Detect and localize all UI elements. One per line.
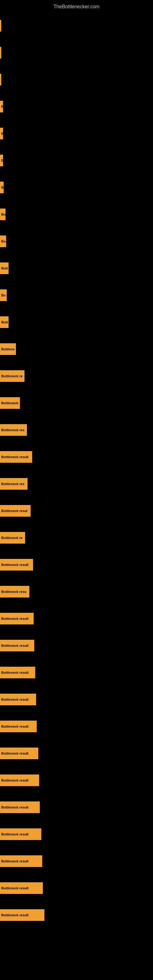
bar-item: Bottleneck result bbox=[0, 802, 40, 813]
bar-row: Bottleneck result bbox=[0, 848, 153, 875]
bar-label: Bottleneck result bbox=[1, 698, 29, 701]
bar-label: Bott bbox=[1, 320, 8, 324]
bar-label: Bottleneck result bbox=[1, 563, 29, 566]
bar-row: Bottleneck result bbox=[0, 875, 153, 902]
bar-item: Bottlene bbox=[0, 343, 16, 355]
bar-item: Bottleneck result bbox=[0, 559, 33, 571]
bar-item: Bottleneck re bbox=[0, 532, 25, 544]
bar-row: | bbox=[0, 12, 153, 39]
bar-row: Bottleneck result bbox=[0, 686, 153, 713]
bar-row: Bottleneck result bbox=[0, 444, 153, 470]
bar-label: Bottleneck result bbox=[1, 886, 29, 890]
bar-item: Bott bbox=[0, 262, 9, 274]
bar-label: B bbox=[1, 159, 3, 162]
bar-row: Bottleneck result bbox=[0, 767, 153, 794]
bar-item: Bo bbox=[0, 290, 7, 301]
bar-label: Bottleneck re bbox=[1, 536, 22, 539]
bar-row: Bottleneck bbox=[0, 390, 153, 417]
bar-row: Bottleneck result bbox=[0, 659, 153, 686]
bar-label: Bottleneck resul bbox=[1, 509, 27, 513]
bar-row: Bottleneck res bbox=[0, 417, 153, 444]
bar-item: Bo bbox=[0, 208, 5, 220]
bar-item: Bottleneck result bbox=[0, 775, 39, 786]
bar-row: Bott bbox=[0, 255, 153, 282]
bar-label: Bo bbox=[1, 213, 5, 216]
bar-label: Bottleneck result bbox=[1, 859, 29, 863]
bar-item: Bottleneck resu bbox=[0, 586, 29, 598]
bar-row: Bottlene bbox=[0, 336, 153, 363]
bar-item: Bottleneck result bbox=[0, 882, 43, 894]
bar-item: Bottleneck result bbox=[0, 451, 32, 463]
bar-label: Bottleneck result bbox=[1, 832, 29, 836]
bar-row: B bbox=[0, 120, 153, 147]
bar-row: Bo bbox=[0, 282, 153, 309]
bar-item: Bottleneck re bbox=[0, 370, 24, 382]
bar-label: Bottleneck result bbox=[1, 671, 29, 675]
bar-row: | bbox=[0, 39, 153, 66]
bar-item: | bbox=[0, 74, 1, 86]
bar-label: Bottleneck resu bbox=[1, 590, 27, 593]
bar-item: Bottleneck result bbox=[0, 855, 42, 867]
bar-row: Bottleneck res bbox=[0, 470, 153, 497]
bar-row: B bbox=[0, 174, 153, 201]
bar-label: Bottleneck bbox=[1, 401, 18, 405]
bar-label: Bottleneck re bbox=[1, 374, 22, 378]
bar-row: Bottleneck result bbox=[0, 821, 153, 848]
site-title: TheBottlenecker.com bbox=[0, 2, 153, 12]
bar-row: Bottleneck resul bbox=[0, 497, 153, 524]
bars-container: |||BBBBBoBoBottBoBottBottleneBottleneck … bbox=[0, 12, 153, 929]
bar-label: Bottleneck result bbox=[1, 805, 29, 809]
bar-label: Bottleneck res bbox=[1, 482, 24, 486]
bar-item: Bottleneck result bbox=[0, 909, 45, 921]
bar-row: B bbox=[0, 147, 153, 174]
bar-label: Bottleneck result bbox=[1, 455, 29, 459]
bar-item: Bottleneck result bbox=[0, 829, 41, 840]
bar-item: Bottleneck result bbox=[0, 694, 36, 705]
bar-item: Bottleneck result bbox=[0, 640, 34, 651]
bar-row: Bo bbox=[0, 228, 153, 255]
bar-row: Bottleneck result bbox=[0, 551, 153, 578]
bar-row: Bottleneck result bbox=[0, 713, 153, 740]
bar-label: B bbox=[1, 186, 4, 189]
bar-label: Bottleneck result bbox=[1, 617, 29, 620]
bar-item: Bottleneck result bbox=[0, 667, 35, 678]
bar-row: | bbox=[0, 66, 153, 93]
bar-label: Bo bbox=[1, 293, 6, 297]
bar-row: Bottleneck re bbox=[0, 363, 153, 390]
bar-row: Bo bbox=[0, 201, 153, 228]
bar-row: Bottleneck re bbox=[0, 524, 153, 551]
bar-item: B bbox=[0, 181, 4, 193]
bar-label: Bottleneck result bbox=[1, 778, 29, 782]
bar-row: Bottleneck result bbox=[0, 605, 153, 632]
bar-label: Bottleneck result bbox=[1, 725, 29, 728]
bar-item: B bbox=[0, 128, 3, 139]
bar-row: Bott bbox=[0, 309, 153, 336]
bar-item: B bbox=[0, 155, 3, 166]
bar-item: Bott bbox=[0, 317, 9, 328]
bar-item: | bbox=[0, 47, 1, 59]
bar-label: Bottleneck result bbox=[1, 644, 29, 648]
bar-item: Bottleneck result bbox=[0, 613, 33, 624]
bar-row: Bottleneck result bbox=[0, 632, 153, 659]
bar-label: Bottlene bbox=[1, 347, 15, 351]
bar-item: Bottleneck result bbox=[0, 748, 38, 759]
bar-item: | bbox=[0, 20, 1, 32]
bar-row: Bottleneck result bbox=[0, 794, 153, 821]
bar-label: B bbox=[1, 105, 3, 108]
bar-row: Bottleneck result bbox=[0, 902, 153, 929]
bar-label: Bott bbox=[1, 266, 8, 270]
bar-item: B bbox=[0, 101, 3, 112]
bar-item: Bottleneck res bbox=[0, 424, 27, 436]
bar-row: Bottleneck result bbox=[0, 740, 153, 767]
bar-label: Bottleneck result bbox=[1, 913, 29, 917]
bar-item: Bottleneck res bbox=[0, 478, 27, 490]
bar-item: Bo bbox=[0, 235, 6, 247]
bar-row: B bbox=[0, 93, 153, 120]
bar-item: Bottleneck result bbox=[0, 721, 37, 732]
bar-row: Bottleneck resu bbox=[0, 578, 153, 605]
bar-label: B bbox=[1, 132, 3, 135]
bar-label: Bo bbox=[1, 240, 6, 243]
bar-label: Bottleneck res bbox=[1, 428, 24, 432]
bar-item: Bottleneck resul bbox=[0, 505, 30, 517]
bar-item: Bottleneck bbox=[0, 397, 20, 409]
